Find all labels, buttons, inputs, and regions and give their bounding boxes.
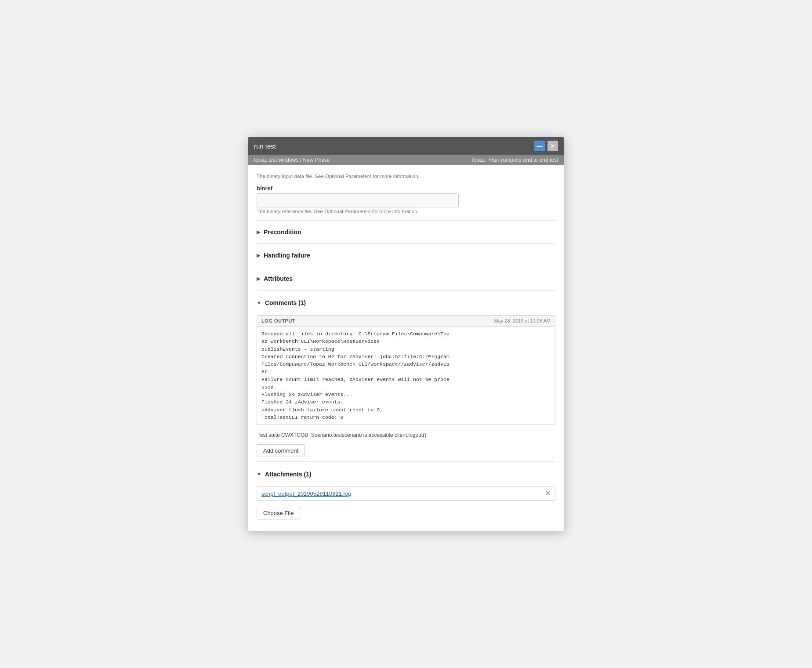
attributes-header[interactable]: ▶ Attributes (257, 271, 555, 287)
attachments-label: Attachments (1) (265, 471, 312, 478)
attachments-arrow: ▼ (257, 472, 261, 477)
modal-title: run test (254, 142, 276, 150)
divider-1 (257, 220, 555, 221)
divider-3 (257, 267, 555, 267)
attachment-filename[interactable]: script_output_20190528110821.log (261, 490, 351, 497)
attachment-item: script_output_20190528110821.log ✕ (257, 486, 555, 501)
modal-body: The binary input data file. See Optional… (248, 165, 564, 531)
close-button[interactable]: ✕ (547, 141, 558, 151)
header-controls: — ✕ (534, 141, 558, 151)
modal-subheader: topaz test windows / New Phase Topaz : R… (248, 155, 564, 165)
minimize-button[interactable]: — (534, 141, 545, 151)
bindata-hint: The binary input data file. See Optional… (257, 174, 555, 179)
comment-text: Test suite CWXTCOB_Scenario.testscenario… (257, 429, 555, 441)
divider-4 (257, 290, 555, 290)
divider-5 (257, 461, 555, 462)
handling-failure-section: ▶ Handling failure (257, 247, 555, 263)
attachment-remove-button[interactable]: ✕ (545, 490, 551, 497)
handling-failure-arrow: ▶ (257, 253, 260, 258)
precondition-header[interactable]: ▶ Precondition (257, 224, 555, 240)
comments-header[interactable]: ▼ Comments (1) (257, 295, 555, 311)
binref-hint: The binary reference file. See Optional … (257, 209, 555, 214)
attachments-header[interactable]: ▼ Attachments (1) (257, 466, 555, 482)
modal-dialog: run test — ✕ topaz test windows / New Ph… (248, 137, 564, 531)
bindata-field-group: The binary input data file. See Optional… (257, 174, 555, 179)
attributes-section: ▶ Attributes (257, 271, 555, 287)
comments-section: ▼ Comments (1) LOG OUTPUT May 28, 2019 a… (257, 295, 555, 457)
precondition-arrow: ▶ (257, 229, 260, 235)
log-output-box: LOG OUTPUT May 28, 2019 at 11:08 AM Remo… (257, 315, 555, 425)
handling-failure-header[interactable]: ▶ Handling failure (257, 247, 555, 263)
binref-label: binref (257, 185, 555, 192)
divider-2 (257, 243, 555, 244)
precondition-label: Precondition (264, 229, 301, 236)
add-comment-button[interactable]: Add comment (257, 444, 305, 457)
handling-failure-label: Handling failure (264, 252, 310, 259)
precondition-section: ▶ Precondition (257, 224, 555, 240)
binref-field-group: binref The binary reference file. See Op… (257, 185, 555, 214)
log-output-header: LOG OUTPUT May 28, 2019 at 11:08 AM (257, 316, 555, 327)
comments-label: Comments (1) (265, 299, 306, 306)
subheader-title: Topaz : Run complete end to end test (471, 157, 558, 163)
log-output-content: Removed all files in directory: C:\Progr… (257, 327, 555, 425)
subheader-path: topaz test windows / New Phase (254, 157, 330, 163)
choose-file-button[interactable]: Choose File (257, 507, 300, 519)
binref-input[interactable] (257, 193, 459, 207)
attributes-arrow: ▶ (257, 276, 260, 282)
modal-header: run test — ✕ (248, 137, 564, 155)
comments-arrow: ▼ (257, 300, 261, 305)
attachments-section: ▼ Attachments (1) script_output_20190528… (257, 466, 555, 519)
log-output-label: LOG OUTPUT (261, 318, 295, 323)
attributes-label: Attributes (264, 275, 293, 282)
log-output-timestamp: May 28, 2019 at 11:08 AM (494, 318, 551, 323)
